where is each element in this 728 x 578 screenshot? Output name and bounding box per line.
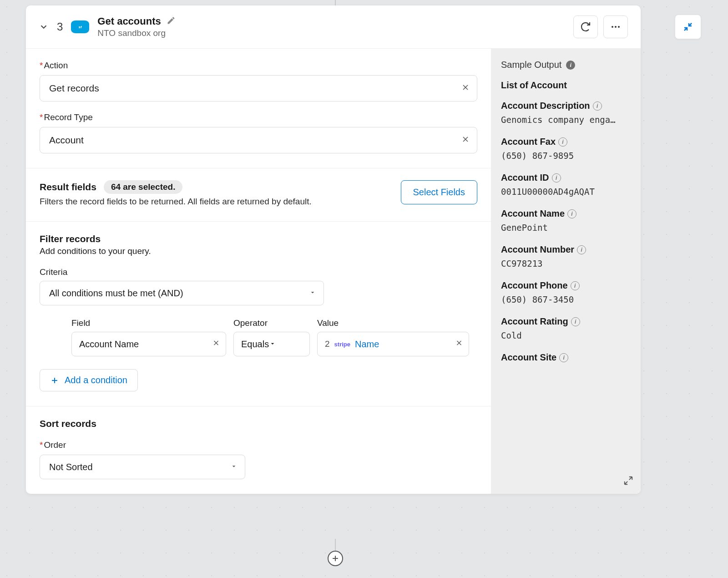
condition-operator-select[interactable]: Equals (233, 332, 310, 356)
sample-field-value: CC978213 (501, 259, 631, 269)
sample-field-label: Account Namei (501, 208, 631, 219)
step-subtitle: NTO sandbox org (97, 28, 565, 38)
sample-field-label: Account Phonei (501, 280, 631, 291)
criteria-value: All conditions must be met (AND) (49, 288, 183, 299)
info-icon[interactable]: i (571, 281, 580, 290)
info-icon[interactable]: i (577, 245, 586, 254)
clear-action-icon[interactable] (461, 83, 470, 94)
filter-title: Filter records (40, 233, 477, 244)
sample-field: Account Phonei(650) 867-3450 (501, 280, 631, 304)
sample-field-value: GenePoint (501, 223, 631, 233)
sample-output-title: Sample Output i (501, 60, 631, 70)
step-title: Get accounts (97, 15, 161, 27)
clear-value-icon[interactable] (455, 339, 463, 350)
sample-field-label: Account Descriptioni (501, 101, 631, 111)
more-actions-button[interactable] (603, 15, 628, 38)
sample-field-value: Cold (501, 330, 631, 340)
info-icon[interactable]: i (552, 173, 561, 183)
result-fields-count-chip: 64 are selected. (104, 180, 183, 194)
criteria-label: Criteria (40, 267, 477, 277)
info-icon[interactable]: i (558, 137, 567, 147)
sample-field: Account RatingiCold (501, 316, 631, 340)
sample-field-label: Account Ratingi (501, 316, 631, 327)
info-icon[interactable]: i (566, 61, 575, 70)
order-label: *Order (40, 440, 477, 450)
condition-value-input[interactable]: 2 stripe Name (317, 332, 469, 356)
condition-row: Field Account Name Operator Eq (71, 318, 477, 356)
info-icon[interactable]: i (571, 317, 580, 326)
sort-records-section: Sort records *Order Not Sorted (26, 406, 491, 494)
record-type-input[interactable] (40, 127, 477, 153)
result-fields-desc: Filters the record fields to be returned… (40, 197, 392, 207)
svg-point-0 (612, 26, 613, 28)
info-icon[interactable]: i (567, 209, 576, 218)
sample-output-list-heading: List of Account (501, 80, 631, 91)
flow-connector-top (335, 0, 336, 5)
sample-field-value: 0011U00000AD4gAQAT (501, 187, 631, 197)
sample-field: Account NumberiCC978213 (501, 244, 631, 269)
result-fields-title: Result fields (40, 182, 96, 193)
info-icon[interactable]: i (593, 101, 602, 111)
field-column-header: Field (71, 318, 226, 328)
info-icon[interactable]: i (559, 353, 568, 362)
add-condition-button[interactable]: Add a condition (40, 369, 138, 391)
sample-field: Account DescriptioniGenomics company eng… (501, 101, 631, 125)
collapse-chevron-icon[interactable] (39, 22, 49, 32)
sample-field: Account NameiGenePoint (501, 208, 631, 233)
salesforce-logo-icon: sf (71, 20, 89, 33)
operator-column-header: Operator (233, 318, 310, 328)
sample-output-pane: Sample Output i List of Account Account … (491, 49, 641, 494)
step-card: 3 sf Get accounts NTO sandbox org (26, 5, 641, 494)
caret-down-icon (309, 288, 316, 299)
sample-field: Account Sitei (501, 352, 631, 366)
step-header: 3 sf Get accounts NTO sandbox org (26, 5, 641, 49)
result-fields-section: Result fields 64 are selected. Filters t… (26, 168, 491, 222)
svg-line-18 (625, 482, 627, 484)
clear-record-type-icon[interactable] (461, 135, 470, 146)
sample-field-value: (650) 867-9895 (501, 151, 631, 161)
add-step-button[interactable] (328, 551, 343, 566)
select-fields-button[interactable]: Select Fields (401, 180, 478, 204)
step-number: 3 (57, 20, 63, 33)
sample-field-label: Account Sitei (501, 352, 631, 363)
clear-field-icon[interactable] (212, 339, 220, 350)
sample-field-label: Account Numberi (501, 244, 631, 255)
action-input[interactable] (40, 75, 477, 101)
edit-title-icon[interactable] (167, 16, 176, 27)
collapse-panel-button[interactable] (675, 15, 701, 39)
filter-records-section: Filter records Add conditions to your qu… (26, 222, 491, 406)
condition-field-input[interactable]: Account Name (71, 332, 226, 356)
sample-field-value: Genomics company enga… (501, 115, 631, 125)
sample-field-label: Account Faxi (501, 137, 631, 147)
expand-pane-icon[interactable] (623, 476, 633, 487)
sort-title: Sort records (40, 418, 477, 429)
sample-field: Account IDi0011U00000AD4gAQAT (501, 172, 631, 197)
action-section: *Action *Record Type (26, 49, 491, 168)
svg-point-1 (615, 26, 617, 28)
svg-point-2 (618, 26, 620, 28)
refresh-button[interactable] (573, 15, 598, 38)
filter-desc: Add conditions to your query. (40, 246, 477, 256)
record-type-label: *Record Type (40, 112, 477, 122)
caret-down-icon (269, 339, 276, 350)
sample-field-value: (650) 867-3450 (501, 294, 631, 304)
caret-down-icon (230, 462, 238, 472)
value-column-header: Value (317, 318, 469, 328)
sample-field-label: Account IDi (501, 172, 631, 183)
sample-field: Account Faxi(650) 867-9895 (501, 137, 631, 161)
criteria-select[interactable]: All conditions must be met (AND) (40, 281, 324, 305)
action-label: *Action (40, 61, 477, 71)
order-select[interactable]: Not Sorted (40, 455, 245, 479)
svg-line-15 (629, 477, 632, 480)
